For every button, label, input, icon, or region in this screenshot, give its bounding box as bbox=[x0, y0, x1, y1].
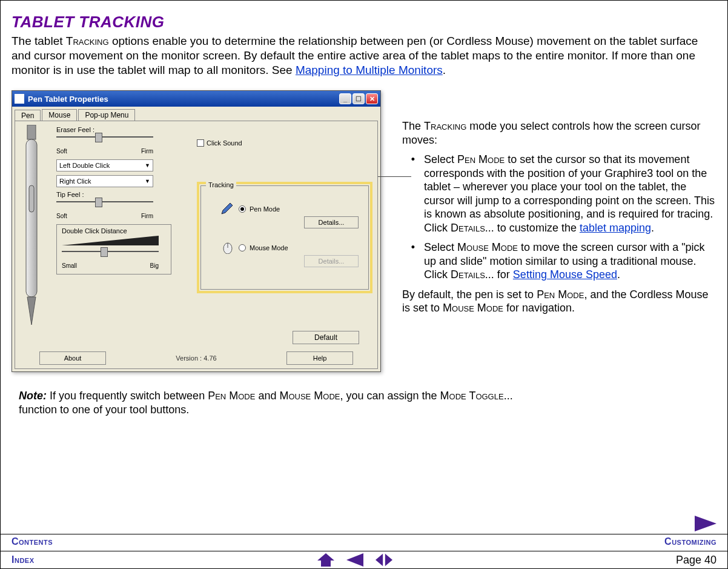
pen-illustration bbox=[19, 125, 44, 349]
svg-marker-2 bbox=[27, 297, 36, 325]
intro-tracking-sc: Tracking bbox=[66, 35, 109, 47]
intro-text3: . bbox=[443, 64, 446, 76]
pen-mode-label: Pen Mode bbox=[250, 205, 280, 213]
sc-mode-toggle: Mode Toggle bbox=[440, 390, 504, 402]
svg-marker-5 bbox=[222, 203, 233, 214]
tracking-highlight: Tracking Pen Mode Details... bbox=[197, 182, 372, 293]
bullet-icon: • bbox=[402, 241, 424, 282]
sc-pen-mode: Pen Mode bbox=[208, 390, 255, 402]
dropdown-value: Left Double Click bbox=[59, 162, 110, 169]
titlebar: Pen Tablet Properties _ ☐ ✕ bbox=[12, 91, 380, 107]
contents-link[interactable]: Contents bbox=[12, 536, 53, 547]
sc-mouse-mode: Mouse Mode bbox=[443, 302, 503, 314]
link-tablet-mapping[interactable]: tablet mapping bbox=[580, 222, 651, 234]
sc-tracking: Tracking bbox=[424, 120, 466, 132]
checkbox-box bbox=[197, 139, 204, 147]
svg-rect-0 bbox=[27, 125, 36, 139]
chevron-down-icon: ▼ bbox=[145, 178, 150, 184]
svg-marker-11 bbox=[376, 554, 383, 567]
slider-mark-soft: Soft bbox=[56, 148, 67, 155]
tip-feel-slider[interactable] bbox=[56, 201, 153, 202]
link-mapping-multiple-monitors[interactable]: Mapping to Multiple Monitors bbox=[296, 64, 443, 76]
sc-pen-mode: Pen Mode bbox=[537, 288, 584, 301]
svg-marker-8 bbox=[695, 516, 716, 531]
side-text: The bbox=[402, 120, 424, 132]
li-text: ... to customize the bbox=[485, 222, 580, 234]
tab-strip: Pen Mouse Pop-up Menu bbox=[12, 107, 380, 121]
default-button[interactable]: Default bbox=[293, 331, 359, 344]
back-icon[interactable] bbox=[346, 553, 363, 567]
index-link[interactable]: Index bbox=[12, 554, 35, 565]
pen-mode-radio[interactable]: Pen Mode bbox=[220, 203, 362, 215]
side-text: By default, the pen is set to bbox=[402, 288, 537, 301]
svg-marker-10 bbox=[346, 553, 363, 567]
svg-marker-9 bbox=[317, 553, 334, 567]
pen-icon bbox=[220, 203, 235, 215]
note-paragraph: Note: If you frequently switch between P… bbox=[12, 389, 514, 416]
window-title: Pen Tablet Properties bbox=[28, 95, 108, 104]
slider-mark-soft: Soft bbox=[56, 213, 67, 219]
pen-mode-details-button[interactable]: Details... bbox=[304, 216, 359, 228]
click-sound-label: Click Sound bbox=[207, 139, 242, 147]
sc-mouse-mode: Mouse Mode bbox=[457, 241, 518, 253]
tab-pen[interactable]: Pen bbox=[15, 110, 41, 121]
slider-mark-firm: Firm bbox=[141, 213, 153, 219]
version-label: Version : 4.76 bbox=[106, 354, 286, 362]
chevron-down-icon: ▼ bbox=[145, 162, 150, 168]
note-label: Note: bbox=[19, 390, 47, 402]
screenshot-column: Pen Tablet Properties _ ☐ ✕ Pen Mouse Po… bbox=[12, 90, 384, 372]
divider-line bbox=[1, 551, 727, 551]
prev-next-icon[interactable] bbox=[376, 553, 392, 567]
sc-pen-mode: Pen Mode bbox=[457, 153, 505, 165]
intro-text: The tablet bbox=[12, 35, 66, 47]
eraser-feel-slider[interactable] bbox=[56, 136, 153, 138]
bottom-button-dropdown[interactable]: Right Click▼ bbox=[56, 175, 153, 187]
slider-mark-small: Small bbox=[62, 262, 77, 269]
divider-line bbox=[1, 534, 727, 534]
description-column: The Tracking mode you select controls ho… bbox=[402, 90, 716, 372]
double-click-distance-slider[interactable] bbox=[62, 251, 159, 252]
li-text: Select bbox=[424, 153, 457, 165]
slider-mark-firm: Firm bbox=[141, 148, 153, 155]
pen-tablet-dialog: Pen Tablet Properties _ ☐ ✕ Pen Mouse Po… bbox=[12, 90, 381, 372]
dcd-wedge-icon bbox=[62, 236, 159, 247]
note-text: and bbox=[255, 390, 279, 402]
tracking-legend: Tracking bbox=[206, 181, 236, 188]
svg-rect-1 bbox=[26, 139, 37, 297]
note-text: If you frequently switch between bbox=[47, 390, 208, 402]
tracking-group: Tracking Pen Mode Details... bbox=[200, 185, 369, 290]
li-text: Select bbox=[424, 241, 457, 253]
page-number: Page 40 bbox=[676, 554, 716, 567]
double-click-distance-label: Double Click Distance bbox=[62, 227, 166, 235]
svg-marker-4 bbox=[62, 236, 159, 245]
sc-details: Details bbox=[451, 268, 485, 281]
minimize-button[interactable]: _ bbox=[339, 93, 351, 104]
note-text: , you can assign the bbox=[340, 390, 440, 402]
bullet-icon: • bbox=[402, 153, 424, 235]
mouse-mode-radio[interactable]: Mouse Mode bbox=[220, 242, 362, 254]
intro-paragraph: The tablet Tracking options enable you t… bbox=[12, 34, 716, 77]
tab-mouse[interactable]: Mouse bbox=[42, 109, 77, 121]
close-button[interactable]: ✕ bbox=[366, 93, 378, 104]
tab-popup-menu[interactable]: Pop-up Menu bbox=[78, 109, 135, 121]
maximize-button[interactable]: ☐ bbox=[352, 93, 365, 104]
link-setting-mouse-speed[interactable]: Setting Mouse Speed bbox=[513, 268, 617, 281]
mouse-mode-details-button: Details... bbox=[304, 255, 359, 267]
svg-rect-3 bbox=[29, 185, 34, 212]
click-sound-checkbox[interactable]: Click Sound bbox=[197, 139, 242, 147]
help-button[interactable]: Help bbox=[286, 351, 353, 365]
tab-body: Eraser Feel : SoftFirm Left Double Click… bbox=[15, 121, 378, 369]
li-text: ... for bbox=[485, 268, 513, 281]
li-text: . bbox=[617, 268, 620, 281]
mouse-mode-label: Mouse Mode bbox=[250, 244, 288, 251]
customizing-link[interactable]: Customizing bbox=[664, 536, 716, 547]
top-button-dropdown[interactable]: Left Double Click▼ bbox=[56, 159, 153, 171]
about-button[interactable]: About bbox=[39, 351, 106, 365]
mouse-icon bbox=[220, 242, 235, 254]
app-icon bbox=[15, 94, 24, 104]
next-page-arrow[interactable] bbox=[695, 516, 716, 534]
home-icon[interactable] bbox=[317, 553, 334, 567]
dropdown-value: Right Click bbox=[59, 178, 91, 185]
sc-mouse-mode: Mouse Mode bbox=[279, 390, 340, 402]
svg-marker-12 bbox=[385, 554, 392, 567]
